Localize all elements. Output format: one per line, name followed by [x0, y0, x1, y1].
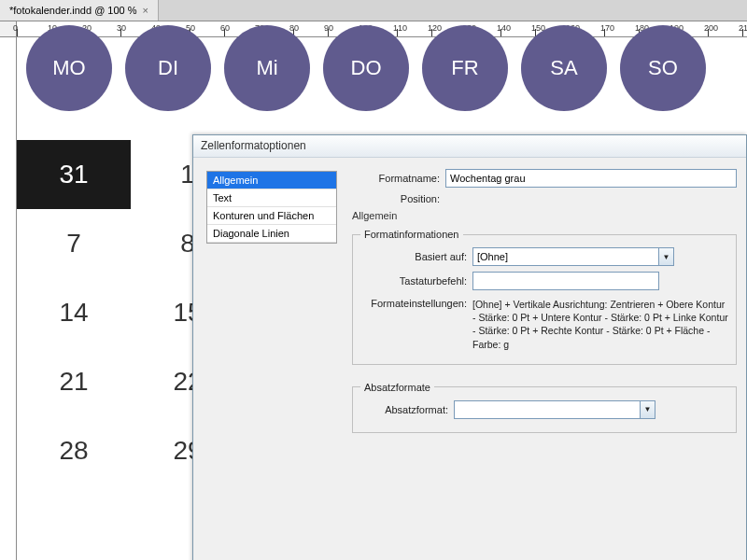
- dialog-side-item[interactable]: Allgemein: [207, 172, 336, 189]
- ruler-mark: 60: [220, 23, 230, 33]
- basiert-combo[interactable]: ▼: [472, 247, 674, 266]
- weekday-row: MODIMiDOFRSASO: [17, 37, 747, 107]
- basiert-label: Basiert auf:: [360, 251, 472, 262]
- document-tab-title: *fotokalender.indd @ 100 %: [9, 5, 137, 16]
- day-circle: DI: [125, 25, 211, 111]
- ruler-mark: 110: [393, 23, 407, 33]
- absatz-input[interactable]: [454, 400, 641, 419]
- formatname-input[interactable]: [445, 169, 737, 188]
- document-canvas: MODIMiDOFRSASO 31178141521222829 Zellenf…: [0, 37, 747, 560]
- dialog-side-item[interactable]: Konturen und Flächen: [207, 207, 336, 225]
- basiert-input[interactable]: [472, 247, 659, 266]
- ruler-mark: 80: [289, 23, 299, 33]
- day-circle: DO: [323, 25, 409, 111]
- calendar-cell: 28: [17, 416, 131, 485]
- day-circle: SA: [521, 25, 607, 111]
- absatz-combo[interactable]: ▼: [454, 400, 655, 419]
- formatname-label: Formatname:: [352, 173, 445, 184]
- dialog-title[interactable]: Zellenformatoptionen: [193, 135, 746, 158]
- tastatur-input[interactable]: [472, 272, 659, 290]
- close-icon[interactable]: ×: [143, 5, 148, 16]
- cell-style-options-dialog: Zellenformatoptionen AllgemeinTextKontur…: [192, 134, 747, 560]
- einstell-text: [Ohne] + Vertikale Ausrichtung: Zentrier…: [472, 298, 728, 351]
- ruler-mark: 140: [497, 23, 511, 33]
- vertical-ruler: [0, 37, 17, 560]
- ruler-mark: 200: [704, 23, 718, 33]
- calendar-cell: 31: [17, 140, 131, 209]
- dialog-side-item[interactable]: Diagonale Linien: [207, 225, 336, 243]
- ruler-mark: 90: [324, 23, 333, 33]
- absatz-legend: Absatzformate: [360, 382, 434, 393]
- day-circle: Mi: [224, 25, 310, 111]
- calendar-cell: 14: [17, 278, 131, 347]
- document-tab[interactable]: *fotokalender.indd @ 100 % ×: [0, 0, 159, 21]
- calendar-cell: 21: [17, 347, 131, 416]
- dialog-right-pane: Formatname: Position: Allgemein Formatin…: [352, 169, 737, 433]
- einstell-label: Formateinstellungen:: [360, 298, 472, 309]
- ruler-mark: 30: [117, 23, 126, 33]
- calendar-cell: 7: [17, 209, 131, 278]
- document-tab-bar: *fotokalender.indd @ 100 % ×: [0, 0, 747, 21]
- absatz-label: Absatzformat:: [360, 404, 454, 415]
- day-circle: MO: [26, 25, 112, 111]
- absatz-group: Absatzformate Absatzformat: ▼: [352, 382, 737, 433]
- format-info-legend: Formatinformationen: [360, 229, 463, 240]
- dialog-side-list: AllgemeinTextKonturen und FlächenDiagona…: [206, 171, 337, 244]
- dialog-side-item[interactable]: Text: [207, 189, 336, 207]
- tastatur-label: Tastaturbefehl:: [360, 275, 472, 287]
- position-label: Position:: [352, 193, 445, 204]
- ruler-mark: 120: [428, 23, 442, 33]
- chevron-down-icon[interactable]: ▼: [641, 400, 655, 419]
- ruler-mark: 170: [600, 23, 614, 33]
- day-circle: FR: [422, 25, 508, 111]
- dialog-body: AllgemeinTextKonturen und FlächenDiagona…: [193, 158, 746, 560]
- chevron-down-icon[interactable]: ▼: [659, 247, 674, 266]
- section-allgemein: Allgemein: [352, 210, 737, 221]
- format-info-group: Formatinformationen Basiert auf: ▼ Tasta…: [352, 229, 737, 365]
- day-circle: SO: [620, 25, 706, 111]
